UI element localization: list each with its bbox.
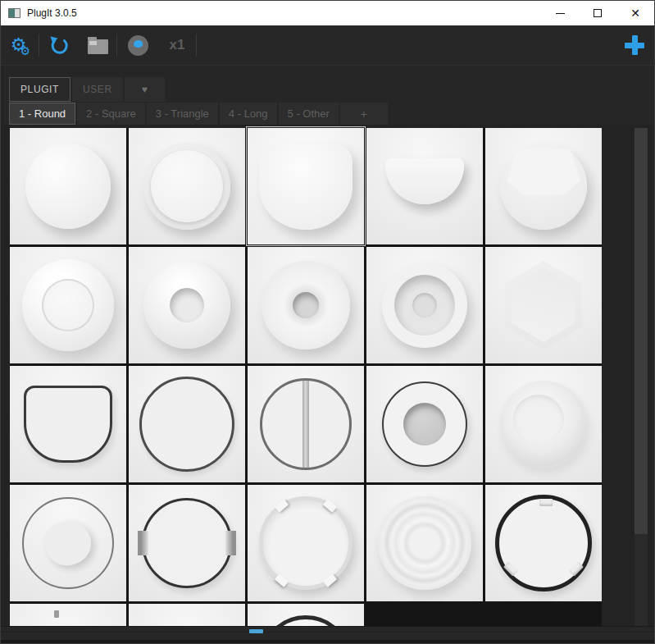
category-tab-long[interactable]: 4 - Long bbox=[220, 103, 277, 125]
d-outline-shape bbox=[24, 386, 112, 463]
scale-multiplier-button[interactable]: x1 bbox=[158, 25, 196, 65]
minimize-button[interactable] bbox=[541, 1, 579, 25]
donut-shape bbox=[262, 261, 350, 349]
thumbnail-round-flat-top[interactable] bbox=[248, 128, 364, 244]
thumbnail-donut[interactable] bbox=[248, 247, 364, 363]
half-round-shape bbox=[385, 158, 464, 204]
tab-user[interactable]: USER bbox=[72, 77, 123, 102]
content-area bbox=[1, 125, 654, 626]
round-hex-inset-shape bbox=[500, 143, 587, 230]
ring-dark-hole-shape bbox=[382, 381, 467, 467]
app-icon bbox=[8, 8, 20, 18]
add-plug-button[interactable] bbox=[625, 35, 644, 55]
tabbed-ring-detail bbox=[275, 499, 289, 513]
render-preview-button[interactable] bbox=[117, 25, 158, 65]
thumbnail-black-ring-tabs[interactable] bbox=[485, 485, 602, 601]
thumbnail-partial-plain[interactable] bbox=[129, 604, 245, 626]
black-ring-tabs-detail bbox=[503, 562, 518, 577]
notched-circle-detail bbox=[225, 531, 236, 555]
tab-plugit[interactable]: PLUGIT bbox=[9, 77, 71, 102]
thumbnail-d-outline[interactable] bbox=[10, 366, 126, 482]
tabbed-ring-detail bbox=[323, 499, 337, 513]
partial-dark-ring-shape bbox=[260, 615, 352, 626]
minimize-icon bbox=[556, 13, 565, 14]
recessed-cone-shape bbox=[382, 263, 467, 348]
window-bottom-edge bbox=[1, 640, 654, 643]
notched-circle-detail bbox=[138, 531, 148, 555]
tabbed-ring-detail bbox=[323, 573, 337, 587]
partial-top-dot-shape bbox=[54, 610, 59, 618]
tabbed-ring-detail bbox=[275, 573, 289, 587]
concentric-plate-shape bbox=[378, 496, 471, 590]
thumbnail-notched-circle[interactable] bbox=[129, 485, 245, 601]
thumbnail-dome-inner-ring[interactable] bbox=[10, 247, 126, 363]
thumbnail-ring-notched-core[interactable] bbox=[10, 485, 126, 601]
open-folder-button[interactable] bbox=[79, 25, 116, 65]
gear-small-icon: ⚙ bbox=[20, 45, 31, 57]
library-tabs: PLUGITUSER♥ bbox=[9, 77, 654, 102]
black-ring-tabs-detail bbox=[569, 562, 584, 577]
tabbed-ring-shape bbox=[259, 496, 353, 590]
category-tab-square[interactable]: 2 - Square bbox=[77, 103, 145, 125]
close-icon: ✕ bbox=[630, 7, 640, 20]
circle-outline-shape bbox=[139, 377, 234, 472]
scrollbar-thumb[interactable] bbox=[635, 128, 648, 534]
thumbnail-ring-dark-hole[interactable] bbox=[366, 366, 483, 482]
titlebar: PlugIt 3.0.5 ✕ bbox=[1, 1, 654, 25]
toolbar: ⚙⚙ x1 bbox=[1, 25, 654, 66]
thumbnail-tabbed-ring[interactable] bbox=[248, 485, 364, 601]
thumbnail-donut-small-hole[interactable] bbox=[129, 247, 245, 363]
thumbnail-recessed-cone[interactable] bbox=[366, 247, 483, 363]
black-ring-tabs-shape bbox=[495, 495, 592, 591]
window-title: PlugIt 3.0.5 bbox=[27, 7, 77, 19]
refresh-button[interactable] bbox=[39, 25, 79, 65]
thumbnail-split-circle[interactable] bbox=[248, 366, 364, 482]
maximize-button[interactable] bbox=[579, 1, 616, 25]
thumbnail-partial-dark-ring[interactable] bbox=[248, 604, 364, 626]
add-category-tab[interactable]: + bbox=[340, 103, 388, 125]
refresh-icon bbox=[48, 34, 70, 56]
close-button[interactable]: ✕ bbox=[616, 1, 654, 25]
tab-favorites[interactable]: ♥ bbox=[125, 77, 166, 102]
thumbnail-circle-outline[interactable] bbox=[129, 366, 245, 482]
category-tab-triangle[interactable]: 3 - Triangle bbox=[147, 103, 218, 125]
heart-icon: ♥ bbox=[142, 84, 148, 95]
ring-notched-core-shape bbox=[22, 497, 114, 589]
category-tab-other[interactable]: 5 - Other bbox=[279, 103, 339, 125]
maximize-icon bbox=[594, 9, 602, 17]
thumbnail-round-button-rim[interactable] bbox=[129, 128, 245, 244]
folder-icon bbox=[88, 39, 108, 54]
hexagon-recess-shape bbox=[503, 260, 584, 350]
plugit-window: PlugIt 3.0.5 ✕ ⚙⚙ x1 PLU bbox=[0, 0, 655, 644]
window-controls: ✕ bbox=[541, 1, 654, 25]
round-button-shape bbox=[25, 144, 111, 229]
category-tabs: 1 - Round2 - Square3 - Triangle4 - Long5… bbox=[9, 103, 654, 125]
plus-icon bbox=[625, 35, 644, 55]
round-button-rim-shape bbox=[143, 143, 230, 230]
category-tab-round[interactable]: 1 - Round bbox=[9, 103, 75, 125]
horizontal-scroll-indicator[interactable] bbox=[249, 629, 263, 633]
split-circle-shape bbox=[260, 378, 352, 470]
thumbnail-soft-dish[interactable] bbox=[485, 366, 602, 482]
thumbnail-half-round[interactable] bbox=[366, 128, 483, 244]
notched-circle-shape bbox=[142, 498, 232, 588]
dome-inner-ring-shape bbox=[22, 259, 114, 351]
thumbnail-round-button[interactable] bbox=[10, 128, 126, 244]
black-ring-tabs-detail bbox=[539, 499, 553, 506]
toolbar-separator bbox=[196, 34, 197, 57]
soft-dish-shape bbox=[500, 381, 587, 468]
thumbnail-hexagon-recess[interactable] bbox=[485, 247, 602, 363]
round-flat-top-shape bbox=[259, 143, 353, 230]
thumbnail-grid bbox=[10, 128, 602, 626]
vertical-scrollbar[interactable] bbox=[635, 128, 648, 626]
thumbnail-partial-top-dot[interactable] bbox=[10, 604, 126, 626]
donut-small-hole-shape bbox=[143, 262, 230, 349]
thumbnail-concentric-plate[interactable] bbox=[366, 485, 483, 601]
thumbnail-round-hex-inset[interactable] bbox=[485, 128, 602, 244]
tabs-area: PLUGITUSER♥ 1 - Round2 - Square3 - Trian… bbox=[1, 66, 654, 125]
bottom-bar bbox=[1, 626, 654, 643]
sphere-icon bbox=[128, 35, 148, 56]
settings-button[interactable]: ⚙⚙ bbox=[2, 25, 39, 65]
